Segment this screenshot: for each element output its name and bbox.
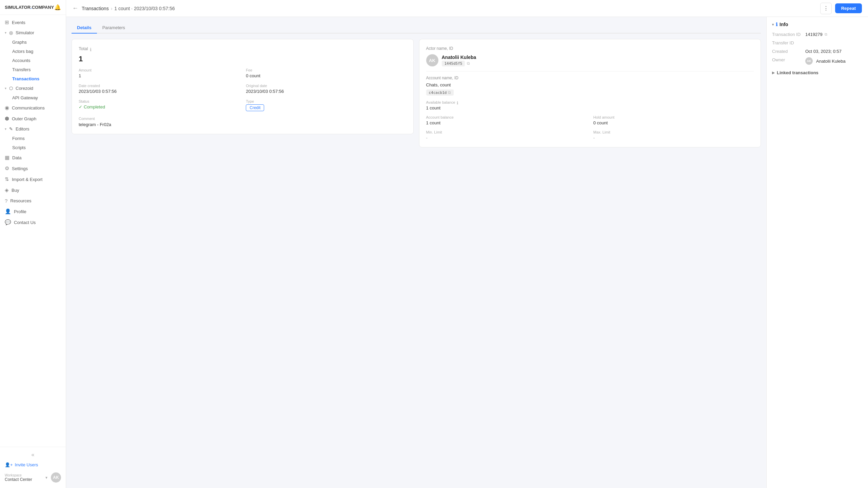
import-export-icon: ⇅: [5, 176, 9, 182]
sidebar-item-label: Communications: [12, 105, 45, 110]
linked-label: Linked transactions: [777, 70, 818, 75]
field-original-date: Original date 2023/10/03 0:57:56: [246, 84, 406, 94]
fields-grid: Amount 1 Fee 0 count Date created 2023/1…: [79, 68, 407, 111]
sidebar-item-resources[interactable]: ? Resources: [0, 196, 66, 206]
breadcrumb-transactions-link[interactable]: Transactions: [82, 6, 109, 11]
sidebar-item-settings[interactable]: ⚙ Settings: [0, 163, 66, 174]
field-status: Status ✓ Completed: [79, 99, 239, 111]
checkmark-icon: ✓: [79, 104, 82, 109]
workspace-info: Workspace Contact Center: [5, 473, 42, 482]
sidebar-item-api-gateway[interactable]: API Gateway: [0, 93, 66, 102]
sidebar-item-label: Profile: [14, 209, 26, 214]
sidebar-item-transfers[interactable]: Transfers: [0, 65, 66, 74]
content-area: Details Parameters Total ℹ 1: [66, 17, 868, 488]
editors-icon: ✎: [9, 126, 13, 131]
events-icon: ⊞: [5, 19, 9, 25]
field-date-created: Date created 2023/10/03 0:57:56: [79, 84, 239, 94]
min-limit-field: Min. Limit -: [426, 130, 587, 140]
transfer-id-row: Transfer ID: [772, 40, 863, 45]
sidebar-item-editors[interactable]: ▾ ✎ Editors: [0, 124, 66, 134]
sidebar-item-label: Data: [12, 155, 21, 160]
sidebar-item-actors-bag[interactable]: Actors bag: [0, 47, 66, 56]
tab-details[interactable]: Details: [72, 22, 97, 34]
sidebar-item-label: Settings: [12, 166, 28, 171]
sidebar-item-profile[interactable]: 👤 Profile: [0, 206, 66, 217]
actor-name-id-label: Actor name, ID: [426, 46, 754, 51]
corezoid-icon: ⬡: [9, 86, 13, 91]
avatar: AK: [426, 54, 438, 66]
panel-collapse-icon: ▾: [772, 23, 774, 26]
info-panel: ▾ ℹ Info Transaction ID 1419279 ⧉ Transf…: [766, 17, 868, 488]
available-balance-info-icon: ℹ: [457, 101, 458, 105]
comment-label: Comment: [79, 117, 407, 121]
more-options-button[interactable]: ⋮: [820, 3, 832, 14]
profile-icon: 👤: [5, 208, 11, 215]
total-value: 1: [79, 55, 407, 63]
breadcrumb-current: 1 count · 2023/10/03 0:57:56: [114, 6, 175, 11]
owner-avatar: AK: [805, 57, 813, 65]
actor-row: AK Anatolii Kuleba 1445d5f5 ⧉: [426, 54, 754, 66]
sidebar-item-forms[interactable]: Forms: [0, 134, 66, 143]
available-balance-field: Available balance ℹ 1 count: [426, 100, 754, 110]
invite-users-button[interactable]: 👤+ Invite Users: [0, 460, 66, 470]
type-badge: Credit: [246, 104, 264, 111]
topbar: ← Transactions › 1 count · 2023/10/03 0:…: [66, 0, 868, 17]
bell-icon[interactable]: 🔔: [54, 4, 61, 11]
sidebar-item-label: Corezoid: [16, 86, 33, 91]
logo-suffix: COMPANY: [32, 5, 54, 10]
owner-value: AK Anatolii Kuleba: [805, 57, 846, 65]
sidebar: SIMULATOR.COMPANY 🔔 ⊞ Events ▾ ◎ Simulat…: [0, 0, 66, 488]
repeat-button[interactable]: Repeat: [835, 3, 862, 13]
sidebar-bottom: « 👤+ Invite Users Workspace Contact Cent…: [0, 447, 66, 488]
field-amount: Amount 1: [79, 68, 239, 78]
breadcrumb: Transactions › 1 count · 2023/10/03 0:57…: [82, 6, 175, 11]
hold-amount-field: Hold amount 0 count: [593, 115, 754, 125]
sidebar-item-transactions[interactable]: Transactions: [0, 74, 66, 83]
chevron-right-icon: ▶: [772, 71, 775, 75]
account-balance-field: Account balance 1 count: [426, 115, 587, 125]
sidebar-item-outer-graph[interactable]: ⬢ Outer Graph: [0, 113, 66, 124]
sidebar-item-import-export[interactable]: ⇅ Import & Export: [0, 174, 66, 185]
sidebar-item-data[interactable]: ▦ Data: [0, 152, 66, 163]
collapse-sidebar-button[interactable]: «: [0, 450, 66, 460]
sidebar-item-label: Buy: [12, 188, 19, 193]
back-button[interactable]: ←: [72, 5, 78, 12]
total-info-icon: ℹ: [90, 47, 92, 52]
chevron-down-icon: ▾: [5, 86, 6, 90]
sidebar-item-buy[interactable]: ◈ Buy: [0, 185, 66, 196]
total-label: Total: [79, 46, 88, 51]
sidebar-item-corezoid[interactable]: ▾ ⬡ Corezoid: [0, 83, 66, 93]
logo-area: SIMULATOR.COMPANY 🔔: [0, 0, 66, 15]
sidebar-item-graphs[interactable]: Graphs: [0, 38, 66, 47]
owner-row: Owner AK Anatolii Kuleba: [772, 57, 863, 65]
transaction-id-row: Transaction ID 1419279 ⧉: [772, 32, 863, 37]
linked-transactions-header[interactable]: ▶ Linked transactions: [772, 70, 863, 75]
tab-parameters[interactable]: Parameters: [97, 22, 131, 34]
sidebar-item-label: Simulator: [16, 30, 34, 35]
sidebar-item-simulator[interactable]: ▾ ◎ Simulator: [0, 28, 66, 38]
info-panel-header: ▾ ℹ Info: [772, 22, 863, 27]
workspace-bar[interactable]: Workspace Contact Center ▼ AK: [0, 470, 66, 485]
logo-text: SIMULATOR.COMPANY: [5, 5, 54, 10]
copy-account-id-button[interactable]: ⧉: [448, 90, 451, 95]
copy-transaction-id-button[interactable]: ⧉: [825, 32, 827, 37]
account-name-id-label: Account name, ID: [426, 76, 754, 80]
resources-icon: ?: [5, 198, 7, 204]
comment-value: telegram - Fr02a: [79, 122, 407, 127]
sidebar-item-label: Resources: [10, 198, 31, 203]
sidebar-item-label: Import & Export: [12, 177, 42, 182]
transaction-details-card: Total ℹ 1 Amount 1 Fee 0 count: [72, 39, 414, 134]
account-name-value: Chats, count: [426, 82, 754, 87]
content-main: Details Parameters Total ℹ 1: [66, 17, 766, 488]
sidebar-item-scripts[interactable]: Scripts: [0, 143, 66, 152]
sidebar-item-accounts[interactable]: Accounts: [0, 56, 66, 65]
sidebar-item-label: Events: [12, 20, 25, 25]
sidebar-item-events[interactable]: ⊞ Events: [0, 17, 66, 28]
sidebar-item-communications[interactable]: ◉ Communications: [0, 102, 66, 113]
logo-prefix: SIMULATOR: [5, 5, 31, 10]
max-limit-field: Max. Limit -: [593, 130, 754, 140]
copy-actor-id-button[interactable]: ⧉: [467, 61, 470, 66]
info-panel-title: Info: [780, 22, 788, 27]
sidebar-item-contact-us[interactable]: 💬 Contact Us: [0, 217, 66, 228]
buy-icon: ◈: [5, 187, 9, 193]
